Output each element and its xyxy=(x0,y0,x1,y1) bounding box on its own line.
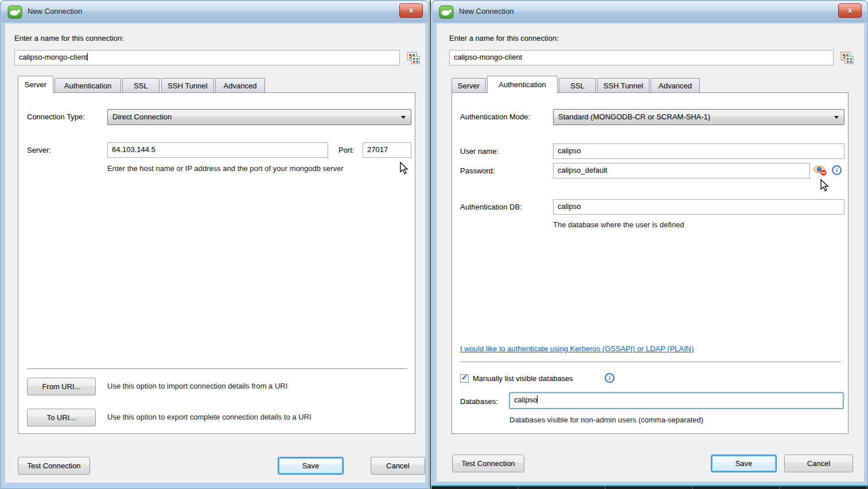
window-title: New Connection xyxy=(459,7,513,15)
tab-authentication[interactable]: Authentication xyxy=(55,78,121,93)
test-connection-button[interactable]: Test Connection xyxy=(452,455,524,472)
tab-authentication[interactable]: Authentication xyxy=(487,76,558,93)
username-input[interactable]: calipso xyxy=(553,143,844,159)
auth-db-label: Authentication DB: xyxy=(460,203,522,211)
color-records-icon xyxy=(839,51,855,65)
connection-type-label: Connection Type: xyxy=(27,112,85,121)
titlebar[interactable]: New Connection x xyxy=(433,1,867,22)
connection-type-value: Direct Connection xyxy=(112,112,172,121)
close-icon: x xyxy=(409,6,413,14)
connection-color-button[interactable] xyxy=(406,51,422,68)
to-uri-hint: Use this option to export complete conne… xyxy=(107,413,312,421)
password-value: calipso_default xyxy=(558,166,608,174)
connection-name-value: calipso-mongo-client xyxy=(454,53,522,61)
from-uri-hint: Use this option to import connection det… xyxy=(107,382,287,390)
eye-hide-icon xyxy=(813,165,827,176)
toggle-password-visibility-button[interactable] xyxy=(813,165,827,178)
connection-name-value: calipso-mongo-client xyxy=(19,53,87,61)
auth-db-value: calipso xyxy=(558,202,581,211)
save-button[interactable]: Save xyxy=(278,457,344,475)
text-caret xyxy=(537,395,538,403)
tab-ssl[interactable]: SSL xyxy=(559,78,596,93)
authentication-tab-panel: Authentication Mode: Standard (MONGODB-C… xyxy=(451,92,848,434)
new-connection-dialog-server: New Connection x Enter a name for this c… xyxy=(0,0,429,489)
server-tab-panel: Connection Type: Direct Connection Serve… xyxy=(18,92,415,434)
password-info-icon[interactable]: i xyxy=(832,165,842,175)
close-icon: x xyxy=(848,6,852,14)
tab-server[interactable]: Server xyxy=(451,78,486,93)
manually-list-databases-label: Manually list visible databases xyxy=(473,374,573,383)
to-uri-button[interactable]: To URI... xyxy=(27,409,96,426)
connection-name-input[interactable]: calipso-mongo-client xyxy=(449,50,834,65)
color-records-icon xyxy=(406,51,422,65)
auth-mode-value: Standard (MONGODB-CR or SCRAM-SHA-1) xyxy=(558,112,710,121)
tab-advanced[interactable]: Advanced xyxy=(215,78,265,93)
desktop: New Connection x Enter a name for this c… xyxy=(0,0,868,489)
text-caret xyxy=(87,53,88,61)
mouse-cursor xyxy=(400,162,409,174)
cancel-button[interactable]: Cancel xyxy=(371,457,425,475)
cancel-button[interactable]: Cancel xyxy=(784,455,853,472)
window-title: New Connection xyxy=(28,7,82,15)
tab-ssl[interactable]: SSL xyxy=(122,78,159,93)
manually-list-databases-checkbox[interactable]: ✓ xyxy=(460,374,469,383)
databases-hint: Databases visible for non-admin users (c… xyxy=(509,416,703,424)
close-button[interactable]: x xyxy=(838,3,862,18)
auth-db-hint: The database where the user is defined xyxy=(553,220,684,229)
dialog-body: Enter a name for this connection: calips… xyxy=(437,24,864,482)
databases-info-icon[interactable]: i xyxy=(605,373,614,383)
port-input[interactable]: 27017 xyxy=(363,142,411,158)
auth-mode-label: Authentication Mode: xyxy=(460,112,530,121)
divider xyxy=(27,368,407,369)
databases-label: Databases: xyxy=(460,397,498,406)
check-icon: ✓ xyxy=(461,372,468,382)
chevron-down-icon xyxy=(834,116,839,119)
port-value: 27017 xyxy=(367,145,388,154)
titlebar[interactable]: New Connection x xyxy=(1,1,428,22)
server-address-value: 64.103.144.5 xyxy=(112,145,155,154)
kerberos-ldap-link[interactable]: I would like to authenticate using Kerbe… xyxy=(460,344,694,353)
username-label: User name: xyxy=(460,147,499,156)
window-edge-separator xyxy=(430,0,431,489)
tab-advanced[interactable]: Advanced xyxy=(651,78,700,93)
databases-input[interactable]: calipso xyxy=(509,393,843,409)
chevron-down-icon xyxy=(401,116,406,119)
robomongo-app-icon xyxy=(7,5,22,19)
server-address-input[interactable]: 64.103.144.5 xyxy=(107,142,328,158)
connection-color-button[interactable] xyxy=(839,51,855,68)
dialog-body: Enter a name for this connection: calips… xyxy=(5,24,425,483)
close-button[interactable]: x xyxy=(399,3,423,18)
tab-ssh-tunnel[interactable]: SSH Tunnel xyxy=(161,78,214,93)
databases-value: calipso xyxy=(514,395,537,404)
tab-server[interactable]: Server xyxy=(18,76,53,93)
mouse-cursor xyxy=(820,179,830,192)
from-uri-button[interactable]: From URI... xyxy=(27,378,96,395)
server-hint: Enter the host name or IP address and th… xyxy=(107,164,344,173)
connection-name-label: Enter a name for this connection: xyxy=(14,34,124,42)
test-connection-button[interactable]: Test Connection xyxy=(18,457,90,475)
password-input[interactable]: calipso_default xyxy=(553,163,810,178)
save-button[interactable]: Save xyxy=(711,455,777,472)
tab-ssh-tunnel[interactable]: SSH Tunnel xyxy=(597,78,649,93)
password-label: Password: xyxy=(460,166,495,175)
divider xyxy=(460,362,841,362)
username-value: calipso xyxy=(558,146,581,155)
port-label: Port: xyxy=(338,146,354,154)
auth-mode-select[interactable]: Standard (MONGODB-CR or SCRAM-SHA-1) xyxy=(553,109,844,125)
auth-db-input[interactable]: calipso xyxy=(553,199,844,215)
server-label: Server: xyxy=(27,146,51,154)
connection-name-input[interactable]: calipso-mongo-client xyxy=(14,50,400,65)
background-window-strip xyxy=(431,485,868,489)
connection-name-label: Enter a name for this connection: xyxy=(449,34,559,42)
robomongo-app-icon xyxy=(439,5,454,19)
connection-type-select[interactable]: Direct Connection xyxy=(107,109,411,125)
new-connection-dialog-authentication: New Connection x Enter a name for this c… xyxy=(431,0,868,489)
